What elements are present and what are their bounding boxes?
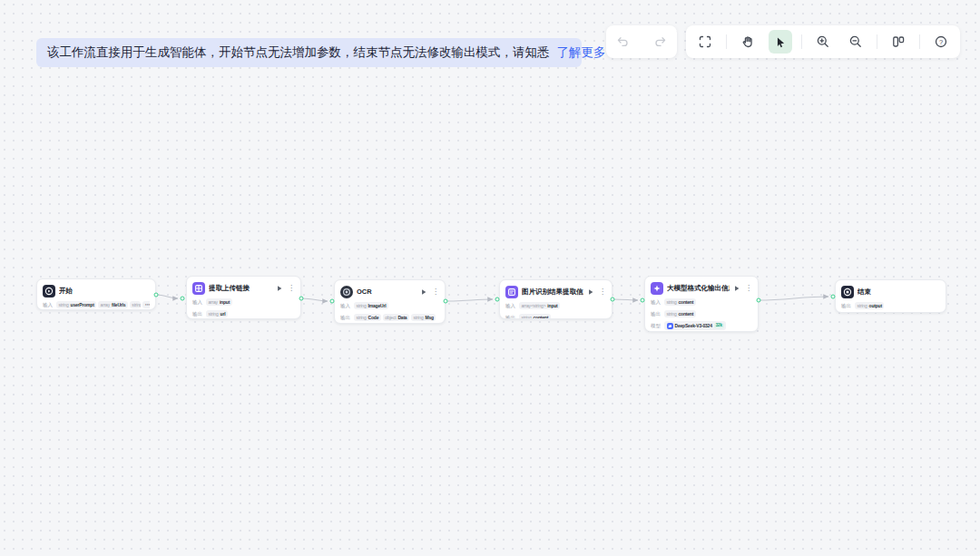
node-title: 大模型格式化输出信息 bbox=[667, 284, 730, 293]
input-port[interactable] bbox=[831, 295, 836, 299]
end-node-icon bbox=[841, 286, 854, 298]
node-title: OCR bbox=[357, 288, 416, 296]
start-node-icon bbox=[43, 285, 55, 298]
node-title: 结束 bbox=[858, 288, 940, 297]
node-parse-image-result[interactable]: 图片识别结果提取信息 ⋮ 输入 array<string>input 输出 st… bbox=[499, 279, 612, 319]
edge-parse-to-llm bbox=[612, 299, 638, 300]
llm-node-icon bbox=[651, 282, 663, 295]
row-label-input: 输入 bbox=[340, 303, 350, 309]
row-label-output: 输出 bbox=[505, 315, 515, 320]
run-node-button[interactable] bbox=[420, 288, 427, 296]
node-title: 提取上传链接 bbox=[209, 284, 272, 293]
row-label-input: 输入 bbox=[43, 302, 53, 308]
row-label-output: 输出 bbox=[651, 311, 661, 317]
deepseek-whale-icon bbox=[667, 323, 673, 329]
node-end[interactable]: 结束 输出 stringoutput bbox=[835, 279, 946, 313]
param-tag: stringMsg bbox=[411, 314, 436, 321]
param-tag: objectData bbox=[383, 314, 409, 321]
context-length-badge: 32k bbox=[714, 323, 724, 329]
row-label-model: 模型 bbox=[651, 323, 661, 329]
run-node-button[interactable] bbox=[733, 285, 740, 292]
node-menu-button[interactable]: ⋮ bbox=[432, 288, 439, 296]
node-title: 图片识别结果提取信息 bbox=[522, 288, 583, 297]
ocr-plugin-icon bbox=[340, 286, 353, 298]
node-ocr[interactable]: OCR ⋮ 输入 stringImageUrl 输出 stringCode ob… bbox=[334, 279, 446, 324]
row-label-input: 输入 bbox=[651, 299, 661, 306]
param-tag: stringcontent bbox=[664, 298, 696, 306]
edge-extract-to-ocr bbox=[301, 298, 328, 301]
output-port[interactable] bbox=[611, 298, 615, 302]
param-tag: array<string>input bbox=[519, 302, 560, 309]
run-node-button[interactable] bbox=[587, 288, 594, 296]
output-port[interactable] bbox=[299, 297, 304, 301]
input-port[interactable] bbox=[181, 297, 185, 301]
input-port[interactable] bbox=[641, 298, 645, 303]
output-port[interactable] bbox=[757, 298, 761, 303]
code-node-icon bbox=[192, 282, 205, 295]
row-label-input: 输入 bbox=[192, 299, 202, 306]
row-label-output: 输出 bbox=[841, 303, 851, 309]
param-tag: arrayinput bbox=[206, 298, 232, 306]
output-port[interactable] bbox=[154, 293, 159, 298]
param-tag: arrayfileUrls bbox=[98, 301, 128, 308]
node-start[interactable]: 开始 输入 stringuserPrompt arrayfileUrls str… bbox=[36, 278, 156, 310]
output-port[interactable] bbox=[444, 299, 448, 304]
workflow-canvas[interactable]: 开始 输入 stringuserPrompt arrayfileUrls str… bbox=[0, 0, 980, 556]
param-tag: stringImageUrl bbox=[354, 302, 388, 309]
node-menu-button[interactable]: ⋮ bbox=[745, 285, 752, 292]
model-chip: DeepSeek-V3-0324 32k bbox=[664, 321, 726, 330]
param-tag: stringCode bbox=[354, 314, 381, 321]
input-port[interactable] bbox=[495, 298, 500, 302]
node-title: 开始 bbox=[59, 287, 150, 296]
param-tag: stringoutput bbox=[855, 302, 884, 309]
param-tag: stringcontent bbox=[664, 310, 696, 317]
run-node-button[interactable] bbox=[276, 285, 283, 292]
param-tag-truncated: string bbox=[130, 301, 141, 308]
node-menu-button[interactable]: ⋮ bbox=[599, 288, 606, 296]
more-params-button[interactable]: ⋯ bbox=[142, 301, 150, 308]
edge-ocr-to-parse bbox=[446, 299, 493, 301]
edge-start-to-extract bbox=[156, 295, 178, 298]
edge-llm-to-end bbox=[759, 297, 828, 300]
node-extract-upload-link[interactable]: 提取上传链接 ⋮ 输入 arrayinput 输出 stringurl bbox=[186, 276, 301, 319]
param-tag: stringcontent bbox=[519, 314, 551, 319]
input-port[interactable] bbox=[330, 299, 335, 304]
code-node-icon bbox=[505, 286, 518, 298]
row-label-input: 输入 bbox=[505, 303, 515, 309]
node-menu-button[interactable]: ⋮ bbox=[288, 285, 295, 292]
param-tag: stringurl bbox=[206, 310, 228, 317]
param-tag: stringuserPrompt bbox=[56, 301, 96, 308]
row-label-output: 输出 bbox=[192, 311, 202, 317]
node-llm-format-output[interactable]: 大模型格式化输出信息 ⋮ 输入 stringcontent 输出 stringc… bbox=[644, 276, 759, 332]
row-label-output: 输出 bbox=[340, 315, 350, 321]
